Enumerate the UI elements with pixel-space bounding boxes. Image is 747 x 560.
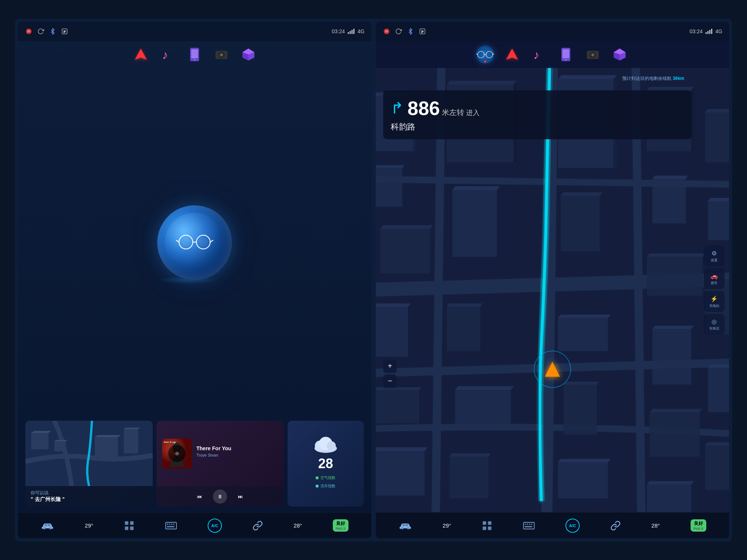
svg-rect-105: [561, 196, 599, 251]
temperature-display-right: 29°: [443, 522, 451, 529]
svg-rect-7: [191, 49, 198, 58]
car-shop-btn[interactable]: ◎ 车商店: [704, 314, 725, 335]
cube-app-icon[interactable]: [239, 46, 257, 63]
svg-marker-135: [705, 442, 729, 446]
ai-sphere[interactable]: [157, 205, 232, 280]
svg-marker-99: [455, 386, 514, 390]
svg-rect-83: [380, 229, 430, 273]
glasses-app-icon[interactable]: [476, 46, 494, 63]
music-app-icon[interactable]: ♪: [159, 46, 177, 63]
svg-line-63: [493, 54, 494, 55]
keyboard-icon[interactable]: [165, 522, 177, 529]
ac-control[interactable]: A/C: [208, 519, 222, 533]
refresh-icon-right[interactable]: [394, 27, 403, 35]
svg-rect-50: [167, 523, 168, 525]
svg-marker-108: [558, 314, 611, 318]
bluetooth-icon-right[interactable]: [406, 27, 415, 35]
nav-app-icon[interactable]: [132, 46, 150, 63]
follow-car-btn[interactable]: 🚗 跟车: [704, 268, 725, 289]
zoom-in-button[interactable]: +: [383, 360, 397, 373]
right-panel: H P 03:24 4G: [376, 22, 729, 538]
svg-rect-109: [564, 385, 597, 435]
svg-marker-127: [705, 109, 729, 112]
music-info: There For You Troye Sivan: [196, 445, 278, 462]
svg-marker-27: [49, 431, 52, 449]
prev-button[interactable]: ⏮: [193, 491, 205, 503]
svg-rect-89: [376, 451, 425, 495]
home-icon[interactable]: H: [25, 27, 33, 35]
svg-rect-44: [48, 524, 50, 526]
camera-app-icon-right[interactable]: [584, 46, 602, 63]
svg-marker-26: [31, 431, 51, 433]
link-icon[interactable]: [252, 520, 263, 531]
svg-marker-92: [447, 81, 517, 84]
svg-rect-53: [173, 523, 174, 525]
active-indicator: [484, 60, 486, 63]
svg-text:H: H: [385, 29, 388, 33]
svg-rect-138: [402, 524, 405, 526]
bluetooth-icon[interactable]: [49, 27, 57, 35]
svg-rect-107: [558, 318, 608, 351]
status-right-info-right: 03:24 4G: [689, 28, 722, 34]
svg-point-61: [486, 51, 493, 58]
svg-rect-94: [452, 190, 497, 257]
music-card[interactable]: live it up There For You Troye Sivan ⏮ ⏸…: [156, 421, 284, 507]
nav-card-map: [25, 421, 153, 486]
turn-arrow-icon: ↰: [391, 100, 404, 116]
svg-marker-117: [653, 176, 688, 179]
car-position-marker: [534, 351, 571, 388]
car-status-right: [399, 522, 412, 529]
charging-station-btn[interactable]: ⚡ 充电站: [704, 291, 725, 312]
status-right-info: 03:24 4G: [332, 28, 365, 34]
svg-rect-134: [705, 446, 729, 490]
svg-rect-128: [708, 201, 729, 240]
svg-marker-103: [558, 75, 617, 79]
next-button[interactable]: ⏭: [235, 491, 247, 503]
ac-control-right[interactable]: A/C: [565, 519, 580, 533]
grid-icon-right[interactable]: [482, 520, 492, 531]
link-icon-right[interactable]: [610, 520, 621, 531]
svg-rect-25: [31, 433, 48, 449]
phone-app-icon-right[interactable]: [557, 46, 575, 63]
home-icon-right[interactable]: H: [382, 27, 391, 35]
music-app-icon-right[interactable]: ♪: [530, 46, 548, 63]
svg-rect-111: [558, 462, 608, 498]
svg-marker-86: [376, 304, 411, 307]
nav-turn: ↰ 886 米左转 进入: [391, 97, 684, 119]
play-pause-button[interactable]: ⏸: [213, 489, 227, 504]
time-display-right: 03:24: [689, 28, 703, 34]
map-area[interactable]: ↰ 886 米左转 进入 科韵路 预计到达目的地剩余续航 36km: [376, 68, 729, 512]
svg-marker-88: [376, 387, 421, 390]
parking-icon[interactable]: P: [61, 27, 69, 35]
status-bar-left: H P 03:24 4G: [18, 22, 371, 41]
phone-app-icon[interactable]: [186, 46, 204, 63]
svg-text:P: P: [63, 30, 66, 34]
svg-point-21: [199, 237, 208, 246]
nav-app-icon-right[interactable]: [503, 46, 521, 63]
car-circle: [534, 351, 571, 388]
svg-point-8: [194, 59, 195, 60]
parking-icon-right[interactable]: P: [418, 27, 427, 35]
svg-rect-45: [125, 521, 128, 525]
music-controls: ⏮ ⏸ ⏭: [156, 486, 284, 507]
svg-rect-143: [488, 526, 491, 530]
app-icons-right: ♪: [376, 41, 729, 68]
camera-app-icon[interactable]: [213, 46, 230, 63]
svg-rect-147: [529, 523, 530, 525]
settings-map-btn[interactable]: ⚙ 设置: [704, 246, 725, 267]
ai-sphere-area[interactable]: [157, 68, 232, 421]
svg-point-42: [49, 527, 52, 529]
svg-rect-32: [124, 429, 138, 454]
bottom-bar-right: 29°: [376, 512, 729, 538]
nav-card[interactable]: 你可以说 " 去广州长隆 ": [25, 421, 153, 507]
distance-action: 进入: [466, 108, 480, 117]
svg-text:♪: ♪: [533, 48, 539, 62]
svg-marker-121: [653, 326, 694, 329]
grid-icon[interactable]: [124, 520, 134, 531]
zoom-out-button[interactable]: −: [383, 374, 397, 388]
refresh-icon[interactable]: [37, 27, 45, 35]
cube-app-icon-right[interactable]: [611, 46, 629, 63]
svg-rect-46: [130, 521, 133, 525]
svg-marker-106: [561, 192, 602, 196]
keyboard-icon-right[interactable]: [523, 522, 535, 529]
